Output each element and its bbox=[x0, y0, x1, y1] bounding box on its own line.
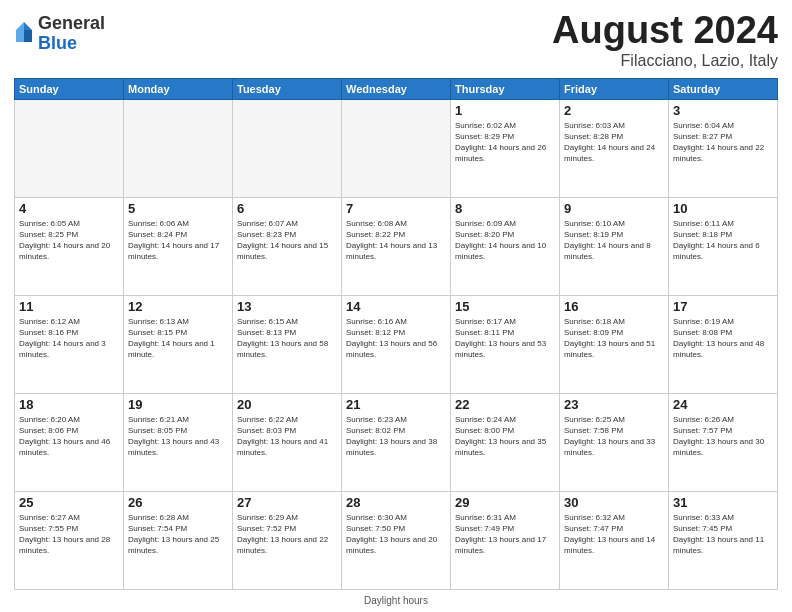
calendar-cell: 24Sunrise: 6:26 AM Sunset: 7:57 PM Dayli… bbox=[669, 393, 778, 491]
day-number: 5 bbox=[128, 201, 228, 216]
calendar-cell: 30Sunrise: 6:32 AM Sunset: 7:47 PM Dayli… bbox=[560, 491, 669, 589]
svg-marker-0 bbox=[24, 22, 32, 30]
calendar-cell: 1Sunrise: 6:02 AM Sunset: 8:29 PM Daylig… bbox=[451, 99, 560, 197]
calendar-cell: 2Sunrise: 6:03 AM Sunset: 8:28 PM Daylig… bbox=[560, 99, 669, 197]
day-info: Sunrise: 6:22 AM Sunset: 8:03 PM Dayligh… bbox=[237, 414, 337, 459]
svg-marker-1 bbox=[24, 30, 32, 42]
weekday-header-tuesday: Tuesday bbox=[233, 78, 342, 99]
calendar-cell: 27Sunrise: 6:29 AM Sunset: 7:52 PM Dayli… bbox=[233, 491, 342, 589]
day-info: Sunrise: 6:29 AM Sunset: 7:52 PM Dayligh… bbox=[237, 512, 337, 557]
day-number: 15 bbox=[455, 299, 555, 314]
day-info: Sunrise: 6:25 AM Sunset: 7:58 PM Dayligh… bbox=[564, 414, 664, 459]
calendar-cell bbox=[342, 99, 451, 197]
calendar-cell bbox=[124, 99, 233, 197]
calendar-cell: 16Sunrise: 6:18 AM Sunset: 8:09 PM Dayli… bbox=[560, 295, 669, 393]
calendar-cell: 14Sunrise: 6:16 AM Sunset: 8:12 PM Dayli… bbox=[342, 295, 451, 393]
calendar-cell: 17Sunrise: 6:19 AM Sunset: 8:08 PM Dayli… bbox=[669, 295, 778, 393]
day-number: 10 bbox=[673, 201, 773, 216]
weekday-header-sunday: Sunday bbox=[15, 78, 124, 99]
day-number: 12 bbox=[128, 299, 228, 314]
header: General Blue August 2024 Filacciano, Laz… bbox=[14, 10, 778, 70]
day-info: Sunrise: 6:31 AM Sunset: 7:49 PM Dayligh… bbox=[455, 512, 555, 557]
calendar-cell: 3Sunrise: 6:04 AM Sunset: 8:27 PM Daylig… bbox=[669, 99, 778, 197]
calendar-cell: 25Sunrise: 6:27 AM Sunset: 7:55 PM Dayli… bbox=[15, 491, 124, 589]
day-info: Sunrise: 6:28 AM Sunset: 7:54 PM Dayligh… bbox=[128, 512, 228, 557]
calendar-cell: 26Sunrise: 6:28 AM Sunset: 7:54 PM Dayli… bbox=[124, 491, 233, 589]
calendar-cell: 10Sunrise: 6:11 AM Sunset: 8:18 PM Dayli… bbox=[669, 197, 778, 295]
day-number: 30 bbox=[564, 495, 664, 510]
calendar-cell: 21Sunrise: 6:23 AM Sunset: 8:02 PM Dayli… bbox=[342, 393, 451, 491]
calendar-cell: 13Sunrise: 6:15 AM Sunset: 8:13 PM Dayli… bbox=[233, 295, 342, 393]
day-number: 31 bbox=[673, 495, 773, 510]
week-row-3: 11Sunrise: 6:12 AM Sunset: 8:16 PM Dayli… bbox=[15, 295, 778, 393]
calendar-cell bbox=[233, 99, 342, 197]
calendar-cell: 22Sunrise: 6:24 AM Sunset: 8:00 PM Dayli… bbox=[451, 393, 560, 491]
day-info: Sunrise: 6:13 AM Sunset: 8:15 PM Dayligh… bbox=[128, 316, 228, 361]
day-info: Sunrise: 6:16 AM Sunset: 8:12 PM Dayligh… bbox=[346, 316, 446, 361]
calendar-cell: 19Sunrise: 6:21 AM Sunset: 8:05 PM Dayli… bbox=[124, 393, 233, 491]
day-number: 27 bbox=[237, 495, 337, 510]
calendar-cell: 31Sunrise: 6:33 AM Sunset: 7:45 PM Dayli… bbox=[669, 491, 778, 589]
weekday-header-friday: Friday bbox=[560, 78, 669, 99]
day-info: Sunrise: 6:20 AM Sunset: 8:06 PM Dayligh… bbox=[19, 414, 119, 459]
day-info: Sunrise: 6:06 AM Sunset: 8:24 PM Dayligh… bbox=[128, 218, 228, 263]
day-info: Sunrise: 6:30 AM Sunset: 7:50 PM Dayligh… bbox=[346, 512, 446, 557]
calendar-cell: 28Sunrise: 6:30 AM Sunset: 7:50 PM Dayli… bbox=[342, 491, 451, 589]
day-info: Sunrise: 6:32 AM Sunset: 7:47 PM Dayligh… bbox=[564, 512, 664, 557]
day-number: 2 bbox=[564, 103, 664, 118]
main-title: August 2024 bbox=[552, 10, 778, 52]
day-number: 14 bbox=[346, 299, 446, 314]
day-info: Sunrise: 6:33 AM Sunset: 7:45 PM Dayligh… bbox=[673, 512, 773, 557]
page: General Blue August 2024 Filacciano, Laz… bbox=[0, 0, 792, 612]
day-number: 20 bbox=[237, 397, 337, 412]
day-number: 11 bbox=[19, 299, 119, 314]
day-number: 25 bbox=[19, 495, 119, 510]
day-info: Sunrise: 6:09 AM Sunset: 8:20 PM Dayligh… bbox=[455, 218, 555, 263]
day-number: 18 bbox=[19, 397, 119, 412]
day-info: Sunrise: 6:12 AM Sunset: 8:16 PM Dayligh… bbox=[19, 316, 119, 361]
day-info: Sunrise: 6:11 AM Sunset: 8:18 PM Dayligh… bbox=[673, 218, 773, 263]
logo-blue-text: Blue bbox=[38, 33, 77, 53]
day-number: 9 bbox=[564, 201, 664, 216]
weekday-header-row: SundayMondayTuesdayWednesdayThursdayFrid… bbox=[15, 78, 778, 99]
week-row-1: 1Sunrise: 6:02 AM Sunset: 8:29 PM Daylig… bbox=[15, 99, 778, 197]
calendar-cell: 12Sunrise: 6:13 AM Sunset: 8:15 PM Dayli… bbox=[124, 295, 233, 393]
day-info: Sunrise: 6:24 AM Sunset: 8:00 PM Dayligh… bbox=[455, 414, 555, 459]
week-row-2: 4Sunrise: 6:05 AM Sunset: 8:25 PM Daylig… bbox=[15, 197, 778, 295]
logo-general-text: General bbox=[38, 13, 105, 33]
calendar-table: SundayMondayTuesdayWednesdayThursdayFrid… bbox=[14, 78, 778, 590]
day-info: Sunrise: 6:15 AM Sunset: 8:13 PM Dayligh… bbox=[237, 316, 337, 361]
calendar-cell: 8Sunrise: 6:09 AM Sunset: 8:20 PM Daylig… bbox=[451, 197, 560, 295]
day-number: 22 bbox=[455, 397, 555, 412]
day-number: 16 bbox=[564, 299, 664, 314]
logo-icon bbox=[14, 20, 34, 48]
day-info: Sunrise: 6:27 AM Sunset: 7:55 PM Dayligh… bbox=[19, 512, 119, 557]
day-info: Sunrise: 6:07 AM Sunset: 8:23 PM Dayligh… bbox=[237, 218, 337, 263]
sub-title: Filacciano, Lazio, Italy bbox=[552, 52, 778, 70]
day-number: 24 bbox=[673, 397, 773, 412]
footer: Daylight hours bbox=[14, 593, 778, 606]
calendar-cell: 29Sunrise: 6:31 AM Sunset: 7:49 PM Dayli… bbox=[451, 491, 560, 589]
calendar-cell: 20Sunrise: 6:22 AM Sunset: 8:03 PM Dayli… bbox=[233, 393, 342, 491]
day-info: Sunrise: 6:02 AM Sunset: 8:29 PM Dayligh… bbox=[455, 120, 555, 165]
day-number: 17 bbox=[673, 299, 773, 314]
weekday-header-thursday: Thursday bbox=[451, 78, 560, 99]
week-row-4: 18Sunrise: 6:20 AM Sunset: 8:06 PM Dayli… bbox=[15, 393, 778, 491]
day-number: 6 bbox=[237, 201, 337, 216]
calendar-cell: 23Sunrise: 6:25 AM Sunset: 7:58 PM Dayli… bbox=[560, 393, 669, 491]
calendar-cell: 6Sunrise: 6:07 AM Sunset: 8:23 PM Daylig… bbox=[233, 197, 342, 295]
calendar-cell: 9Sunrise: 6:10 AM Sunset: 8:19 PM Daylig… bbox=[560, 197, 669, 295]
calendar-cell: 7Sunrise: 6:08 AM Sunset: 8:22 PM Daylig… bbox=[342, 197, 451, 295]
day-number: 28 bbox=[346, 495, 446, 510]
day-info: Sunrise: 6:05 AM Sunset: 8:25 PM Dayligh… bbox=[19, 218, 119, 263]
day-number: 3 bbox=[673, 103, 773, 118]
calendar-cell: 15Sunrise: 6:17 AM Sunset: 8:11 PM Dayli… bbox=[451, 295, 560, 393]
day-number: 23 bbox=[564, 397, 664, 412]
calendar-cell: 11Sunrise: 6:12 AM Sunset: 8:16 PM Dayli… bbox=[15, 295, 124, 393]
weekday-header-saturday: Saturday bbox=[669, 78, 778, 99]
day-info: Sunrise: 6:04 AM Sunset: 8:27 PM Dayligh… bbox=[673, 120, 773, 165]
calendar-cell: 5Sunrise: 6:06 AM Sunset: 8:24 PM Daylig… bbox=[124, 197, 233, 295]
day-info: Sunrise: 6:18 AM Sunset: 8:09 PM Dayligh… bbox=[564, 316, 664, 361]
week-row-5: 25Sunrise: 6:27 AM Sunset: 7:55 PM Dayli… bbox=[15, 491, 778, 589]
day-info: Sunrise: 6:10 AM Sunset: 8:19 PM Dayligh… bbox=[564, 218, 664, 263]
